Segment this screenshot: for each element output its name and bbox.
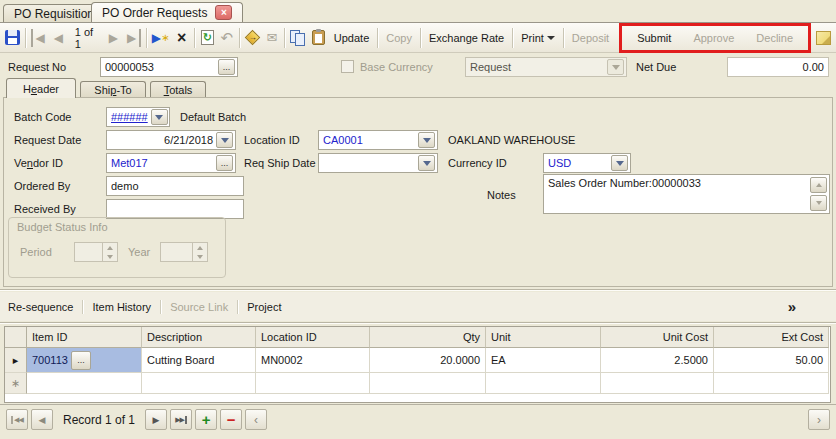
request-date-field[interactable]: 6/21/2018	[106, 130, 236, 150]
undo-button[interactable]: ↶	[220, 29, 235, 47]
tab-header[interactable]: Header	[6, 78, 76, 98]
add-row-button[interactable]: +	[195, 409, 217, 430]
last-row-button[interactable]: ▶▶	[170, 409, 192, 430]
empty-cell[interactable]	[256, 373, 370, 394]
project-button[interactable]: Project	[247, 301, 281, 313]
delete-button[interactable]: ×	[174, 29, 189, 47]
separator	[194, 28, 195, 48]
separator	[563, 28, 564, 48]
unit-cost-cell[interactable]: 2.5000	[601, 348, 714, 373]
qty-cell[interactable]: 20.0000	[370, 348, 486, 373]
resequence-button[interactable]: Re-sequence	[8, 301, 73, 313]
expand-icon[interactable]: »	[788, 298, 796, 315]
spinner-arrows-icon[interactable]	[102, 243, 117, 261]
detail-toolbar: Re-sequence Item History Source Link Pro…	[0, 292, 836, 321]
dropdown-arrow-icon	[607, 59, 624, 75]
scroll-right-button[interactable]: ›	[808, 409, 830, 430]
empty-cell[interactable]	[601, 373, 714, 394]
mail-button[interactable]: ✉	[265, 29, 280, 47]
grid-new-row[interactable]: ∗	[5, 373, 830, 394]
next-row-button[interactable]: ▶	[145, 409, 167, 430]
notes-scroll-down-button[interactable]	[810, 195, 827, 211]
refresh-button[interactable]: ↻	[200, 29, 215, 47]
note-button[interactable]	[816, 29, 831, 47]
last-record-button[interactable]: ▶	[126, 29, 141, 47]
tab-totals[interactable]: Totals	[150, 81, 206, 98]
record-count-label: Record 1 of 1	[56, 413, 142, 427]
deposit-button[interactable]: Deposit	[569, 31, 612, 45]
dropdown-arrow-icon[interactable]	[216, 132, 233, 148]
location-id-cell[interactable]: MN0002	[256, 348, 370, 373]
dropdown-arrow-icon[interactable]	[611, 155, 628, 171]
approve-button[interactable]: Approve	[690, 31, 737, 45]
print-button[interactable]: Print	[518, 31, 558, 45]
request-no-field[interactable]: 00000053 ...	[100, 57, 238, 77]
exchange-rate-button[interactable]: Exchange Rate	[426, 31, 507, 45]
period-spinner[interactable]	[74, 242, 118, 262]
received-by-field[interactable]	[106, 199, 244, 219]
first-row-button[interactable]: ◀◀	[6, 409, 28, 430]
save-button[interactable]	[5, 29, 20, 47]
tab-po-order-requests[interactable]: PO Order Requests ×	[91, 2, 243, 22]
budget-status-title: Budget Status Info	[17, 221, 108, 233]
column-header[interactable]: Location ID	[256, 327, 370, 348]
grid-data-row[interactable]: ▸ 700113 ... Cutting Board MN0002 20.000…	[5, 348, 830, 373]
decline-button[interactable]: Decline	[753, 31, 796, 45]
unit-cell[interactable]: EA	[486, 348, 601, 373]
previous-record-button[interactable]: ◀	[51, 29, 66, 47]
row-selector-icon[interactable]: ▸	[5, 348, 27, 373]
goto-button[interactable]: →	[245, 29, 260, 47]
column-header[interactable]: Qty	[370, 327, 486, 348]
period-label: Period	[20, 246, 52, 258]
tab-ship-to[interactable]: Ship-To	[80, 81, 146, 98]
new-record-button[interactable]: ▶∗	[152, 29, 170, 47]
batch-code-dropdown[interactable]: ######	[106, 107, 170, 127]
description-cell[interactable]: Cutting Board	[142, 348, 256, 373]
paste-icon	[312, 30, 325, 45]
delete-row-button[interactable]: −	[220, 409, 242, 430]
scroll-left-button[interactable]: ‹	[245, 409, 267, 430]
dropdown-arrow-icon[interactable]	[418, 155, 435, 171]
column-header[interactable]: Ext Cost	[714, 327, 829, 348]
empty-cell[interactable]	[486, 373, 601, 394]
ext-cost-cell[interactable]: 50.00	[714, 348, 829, 373]
currency-dropdown[interactable]: USD	[543, 153, 631, 173]
column-header[interactable]: Unit	[486, 327, 601, 348]
item-lookup-button[interactable]: ...	[71, 351, 91, 370]
update-button[interactable]: Update	[331, 31, 372, 45]
vendor-lookup-button[interactable]: ...	[216, 155, 233, 171]
column-header[interactable]: Item ID	[27, 327, 142, 348]
previous-row-button[interactable]: ◀	[31, 409, 53, 430]
column-header[interactable]: Description	[142, 327, 256, 348]
notes-scroll-up-button[interactable]	[810, 177, 827, 193]
column-header[interactable]: Unit Cost	[601, 327, 714, 348]
dropdown-arrow-icon[interactable]	[418, 132, 435, 148]
copy-icon	[290, 30, 306, 46]
spinner-arrows-icon[interactable]	[192, 243, 207, 261]
paste-button[interactable]	[311, 29, 326, 47]
doc-type-dropdown[interactable]: Request	[465, 57, 627, 77]
location-dropdown[interactable]: CA0001	[318, 130, 438, 150]
empty-cell[interactable]	[27, 373, 142, 394]
empty-cell[interactable]	[714, 373, 829, 394]
item-history-button[interactable]: Item History	[92, 301, 151, 313]
vendor-field[interactable]: Met017 ...	[106, 153, 236, 173]
source-link-button[interactable]: Source Link	[170, 301, 228, 313]
copy-button[interactable]: Copy	[383, 31, 415, 45]
request-no-lookup-button[interactable]: ...	[218, 59, 235, 75]
first-record-button[interactable]: ◀	[31, 29, 46, 47]
copy-record-button[interactable]	[290, 29, 306, 47]
next-record-button[interactable]: ▶	[106, 29, 121, 47]
location-desc-label: OAKLAND WAREHOUSE	[448, 134, 575, 146]
empty-cell[interactable]	[370, 373, 486, 394]
submit-button[interactable]: Submit	[634, 31, 674, 45]
item-id-cell[interactable]: 700113 ...	[27, 348, 142, 373]
ordered-by-field[interactable]: demo	[106, 176, 244, 196]
req-ship-date-dropdown[interactable]	[318, 153, 438, 173]
year-spinner[interactable]	[160, 242, 208, 262]
notes-textarea[interactable]: Sales Order Number:00000033	[543, 174, 830, 214]
empty-cell[interactable]	[142, 373, 256, 394]
dropdown-arrow-icon[interactable]	[151, 109, 168, 125]
close-tab-icon[interactable]: ×	[215, 5, 232, 20]
base-currency-checkbox[interactable]	[341, 60, 354, 73]
